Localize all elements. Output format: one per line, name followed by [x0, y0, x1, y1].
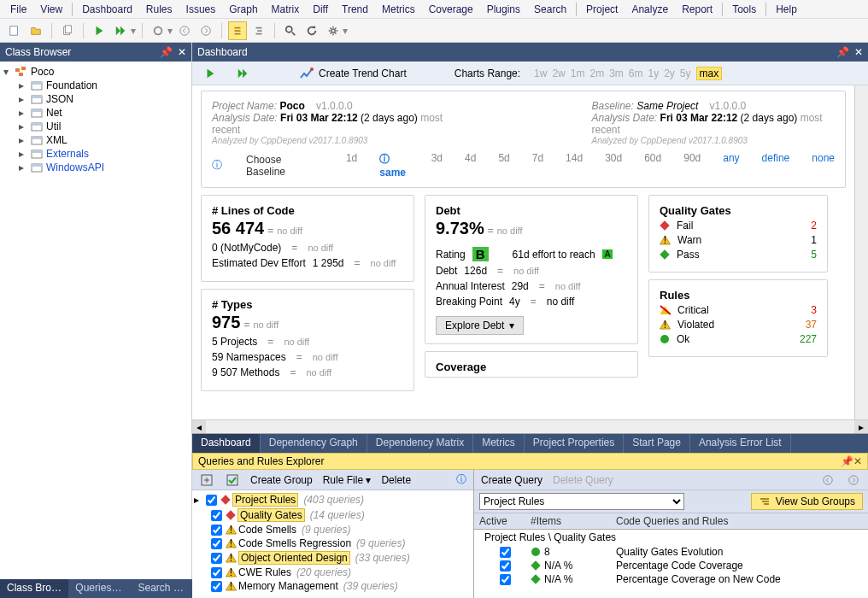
reload-icon[interactable]	[302, 21, 321, 40]
tab-dependency-graph[interactable]: Dependency Graph	[261, 434, 367, 453]
queries-tree[interactable]: ▸ Project Rules (403 queries) Quality Ga…	[192, 490, 473, 598]
query-category[interactable]: !Object Oriented Design(33 queries)	[209, 550, 472, 566]
rule-file-button[interactable]: Rule File ▾	[323, 474, 372, 486]
range-2y[interactable]: 2y	[664, 67, 675, 79]
menu-issues[interactable]: Issues	[179, 2, 223, 17]
sidebar-tab[interactable]: Search Re...	[132, 579, 192, 598]
menu-view[interactable]: View	[33, 2, 69, 17]
status-row[interactable]: Fail2	[660, 220, 817, 232]
refresh-icon[interactable]	[149, 21, 167, 40]
baseline-opt[interactable]: 5d	[498, 152, 509, 179]
range-1m[interactable]: 1m	[571, 67, 585, 79]
create-query-button[interactable]: Create Query	[481, 474, 542, 486]
new-icon[interactable]	[5, 21, 24, 40]
baseline-opt[interactable]: none	[812, 152, 835, 179]
play-all-icon[interactable]	[233, 64, 252, 83]
menu-metrics[interactable]: Metrics	[375, 2, 422, 17]
list-icon[interactable]	[228, 21, 247, 40]
menu-report[interactable]: Report	[675, 2, 719, 17]
grid-group-header[interactable]: Project Rules \ Quality Gates	[474, 530, 868, 545]
menu-coverage[interactable]: Coverage	[422, 2, 480, 17]
query-category[interactable]: !CWE Rules(20 queries)	[209, 566, 472, 579]
baseline-opt[interactable]: define	[762, 152, 790, 179]
close-icon[interactable]: ✕	[178, 46, 186, 58]
create-trend-button[interactable]: Create Trend Chart	[300, 67, 407, 79]
forward-circle-icon[interactable]	[846, 472, 861, 488]
sidebar-tab[interactable]: Class Browser	[0, 579, 68, 598]
query-category[interactable]: Quality Gates(14 queries)	[209, 507, 472, 523]
tab-metrics[interactable]: Metrics	[473, 434, 525, 453]
menu-trend[interactable]: Trend	[335, 2, 375, 17]
project-rules-select[interactable]: Project Rules	[479, 493, 684, 510]
menu-file[interactable]: File	[3, 2, 33, 17]
check-all-icon[interactable]	[225, 472, 240, 488]
tab-project-properties[interactable]: Project Properties	[525, 434, 624, 453]
close-icon[interactable]: ✕	[854, 46, 863, 58]
range-1w[interactable]: 1w	[534, 67, 547, 79]
open-icon[interactable]	[26, 21, 45, 40]
query-category[interactable]: !Memory Management(39 queries)	[209, 579, 472, 593]
range-6m[interactable]: 6m	[629, 67, 643, 79]
indent-icon[interactable]	[249, 21, 268, 40]
status-row[interactable]: !Violated37	[660, 319, 817, 331]
class-tree[interactable]: ▾ Poco ▸Foundation▸JSON▸Net▸Util▸XML▸Ext…	[0, 62, 191, 598]
baseline-opt[interactable]: 90d	[683, 152, 701, 179]
query-category[interactable]: !Code Smells(9 queries)	[209, 523, 472, 536]
close-icon[interactable]: ✕	[853, 455, 862, 467]
explore-debt-button[interactable]: Explore Debt▾	[436, 316, 524, 335]
menu-graph[interactable]: Graph	[222, 2, 264, 17]
menu-dashboard[interactable]: Dashboard	[75, 2, 139, 17]
grid-row[interactable]: N/A %Percentage Coverage on New Code	[474, 572, 868, 586]
range-2w[interactable]: 2w	[552, 67, 565, 79]
grid-row[interactable]: 8Quality Gates Evolution	[474, 545, 868, 559]
tree-node[interactable]: ▸Externals	[17, 147, 190, 161]
tab-dashboard[interactable]: Dashboard	[192, 434, 261, 453]
baseline-opt[interactable]: 4d	[465, 152, 476, 179]
menu-analyze[interactable]: Analyze	[625, 2, 675, 17]
pin-icon[interactable]: 📌	[160, 46, 173, 58]
range-5y[interactable]: 5y	[680, 67, 691, 79]
query-category[interactable]: !Code Smells Regression(9 queries)	[209, 536, 472, 550]
back-circle-icon[interactable]	[175, 21, 194, 40]
tree-node[interactable]: ▸Util	[17, 120, 190, 133]
create-group-button[interactable]: Create Group	[250, 474, 313, 486]
vertical-scrollbar[interactable]	[854, 85, 868, 419]
tree-node[interactable]: ▸XML	[17, 133, 190, 147]
baseline-opt[interactable]: 60d	[644, 152, 661, 179]
grid-body[interactable]: Project Rules \ Quality Gates 8Quality G…	[474, 530, 868, 598]
tree-node[interactable]: ▸Net	[17, 106, 190, 120]
grid-row[interactable]: N/A %Percentage Code Coverage	[474, 559, 868, 572]
baseline-opt[interactable]: 1d	[346, 152, 357, 179]
range-2m[interactable]: 2m	[589, 67, 604, 79]
tab-analysis-error-list[interactable]: Analysis Error List	[690, 434, 791, 453]
range-max[interactable]: max	[696, 67, 723, 80]
menu-tools[interactable]: Tools	[725, 2, 763, 17]
menu-search[interactable]: Search	[527, 2, 573, 17]
status-row[interactable]: Ok227	[660, 333, 817, 345]
view-sub-groups-button[interactable]: View Sub Groups	[751, 493, 863, 510]
menu-matrix[interactable]: Matrix	[265, 2, 307, 17]
search-icon[interactable]	[281, 21, 300, 40]
copy-icon[interactable]	[58, 21, 77, 40]
forward-circle-icon[interactable]	[196, 21, 215, 40]
tree-node[interactable]: ▸JSON	[17, 92, 190, 106]
tree-root-row[interactable]: ▸ Project Rules (403 queries)	[194, 492, 472, 507]
info-icon[interactable]: ⓘ	[212, 158, 222, 173]
baseline-opt[interactable]: any	[723, 152, 739, 179]
horizontal-scrollbar[interactable]: ◂▸	[192, 419, 868, 433]
menu-plugins[interactable]: Plugins	[480, 2, 527, 17]
back-circle-icon[interactable]	[820, 472, 836, 488]
baseline-opt[interactable]: 30d	[605, 152, 622, 179]
pin-icon[interactable]: 📌	[841, 455, 853, 467]
baseline-opt[interactable]: 7d	[532, 152, 543, 179]
pin-icon[interactable]: 📌	[836, 46, 849, 58]
status-row[interactable]: !Warn1	[660, 234, 817, 246]
tab-dependency-matrix[interactable]: Dependency Matrix	[367, 434, 473, 453]
play-all-icon[interactable]	[111, 21, 130, 40]
menu-project[interactable]: Project	[579, 2, 625, 17]
delete-button[interactable]: Delete	[381, 474, 411, 486]
gear-icon[interactable]	[324, 21, 343, 40]
tree-node[interactable]: ▸Foundation	[17, 79, 190, 92]
tree-node[interactable]: ▸WindowsAPI	[17, 161, 190, 174]
add-icon[interactable]	[199, 472, 214, 488]
